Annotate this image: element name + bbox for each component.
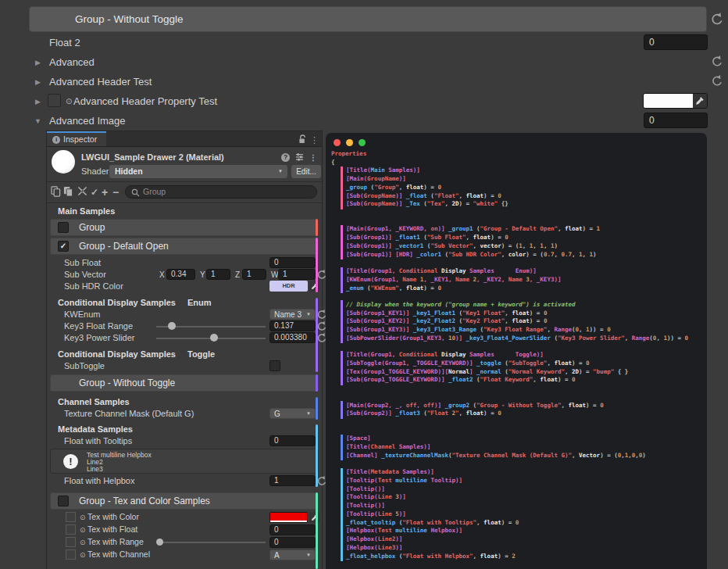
advanced-header-property-foldout-icon[interactable]: ▶ (35, 94, 41, 109)
slider-thumb[interactable] (156, 539, 163, 546)
close-dot-icon[interactable] (334, 139, 341, 146)
advanced-foldout-icon[interactable]: ▶ (35, 55, 41, 70)
add-icon[interactable]: + (102, 186, 108, 199)
color-swatch-white[interactable] (644, 94, 693, 108)
advanced-image-value-field[interactable]: 0 (644, 113, 708, 128)
property-label: Tex with Float (87, 524, 137, 535)
value-field[interactable]: 0 (269, 537, 316, 548)
code-token: Samples)] (402, 468, 434, 475)
texture-thumbnail-slot[interactable] (66, 512, 76, 522)
slider-thumb[interactable] (210, 334, 218, 342)
code-token: , _KEY1, (423, 276, 455, 283)
code-token: Samples (469, 267, 494, 274)
slider-track[interactable] (156, 542, 266, 543)
value-field[interactable]: 1 (269, 475, 316, 486)
advanced-image-label[interactable]: Advanced Image (49, 113, 126, 129)
hdr-color-swatch[interactable]: HDR (269, 281, 308, 292)
axis-field-x[interactable]: 0.34 (166, 269, 195, 280)
toggle-checkbox[interactable] (269, 360, 280, 371)
value-field[interactable]: 0 (269, 435, 316, 446)
code-token: [Tooltip( (346, 493, 378, 500)
code-token: ) = ( (526, 251, 544, 258)
kebab-menu-icon[interactable]: ⋮ (309, 153, 317, 162)
material-preview-sphere[interactable] (52, 150, 75, 174)
value-field[interactable]: 0 (269, 257, 316, 268)
collapse-icon[interactable] (77, 186, 87, 199)
help-icon[interactable]: ? (281, 153, 290, 162)
remove-icon[interactable]: − (112, 186, 119, 199)
row-group-without-toggle[interactable]: Group - Without Toggle (50, 374, 319, 392)
texture-thumbnail-slot[interactable] (66, 549, 76, 560)
search-input[interactable]: Group (125, 185, 317, 199)
advanced-header-test-foldout-icon[interactable]: ▶ (35, 74, 41, 90)
dropdown[interactable]: Name 3▼ (269, 309, 316, 320)
row-group-tex-and-color-samples[interactable]: Group - Tex and Color Samples (50, 492, 319, 510)
code-line (326, 259, 707, 267)
presets-icon[interactable] (295, 152, 304, 163)
object-picker-icon[interactable]: ⊙ (80, 524, 86, 536)
row-group-default-open[interactable]: ✓Group - Default Open (50, 238, 319, 255)
eyedropper-button[interactable] (693, 94, 707, 108)
float2-value-field[interactable]: 0 (644, 34, 708, 50)
revert-icon[interactable] (711, 74, 725, 88)
eyedropper-button[interactable] (309, 512, 319, 523)
copy-icon[interactable] (51, 186, 61, 199)
code-token: "Sub HDR Color" (448, 251, 501, 258)
axis-field-y[interactable]: 1 (206, 269, 230, 280)
object-picker-icon[interactable]: ⊙ (80, 511, 86, 524)
advanced-image-foldout-icon[interactable]: ▼ (34, 113, 41, 129)
eyedropper-button[interactable] (309, 281, 319, 292)
advanced-header-property-checkbox[interactable] (48, 94, 61, 107)
code-token: { (331, 159, 335, 166)
group-without-toggle-header[interactable]: Group - Without Toggle (29, 6, 707, 32)
code-token: vector (480, 242, 501, 249)
lock-icon[interactable] (298, 134, 307, 148)
tab-inspector[interactable]: iInspector (47, 131, 106, 146)
row-sub-float: Sub Float0 (47, 257, 322, 269)
color-field-white[interactable] (643, 93, 708, 109)
code-token: float (484, 519, 501, 526)
object-picker-icon[interactable]: ⊙ (80, 536, 86, 549)
value-field[interactable]: 0 (269, 524, 316, 535)
code-token: Channel (371, 443, 396, 450)
dropdown[interactable]: G▼ (269, 408, 316, 419)
maximize-dot-icon[interactable] (359, 139, 366, 146)
revert-icon[interactable] (710, 12, 724, 26)
texture-thumbnail-slot[interactable] (66, 524, 76, 535)
checkmark-icon[interactable]: ✓ (91, 187, 98, 198)
code-token: Name (509, 276, 523, 283)
group-toggle-checkbox[interactable] (58, 222, 69, 233)
advanced-label[interactable]: Advanced (49, 55, 95, 70)
dropdown[interactable]: A▼ (269, 549, 316, 560)
row-kwenum: KWEnumName 3▼ (47, 309, 322, 320)
code-token: [Tooltip( (346, 510, 378, 517)
paste-icon[interactable] (63, 186, 73, 199)
code-token: Samples (469, 351, 494, 358)
advanced-header-test-label[interactable]: Advanced Header Test (49, 74, 152, 90)
dropdown-value: A (274, 551, 280, 560)
axis-field-w[interactable]: 1 (278, 269, 316, 280)
texture-thumbnail-slot[interactable] (66, 537, 76, 547)
color-swatch-red[interactable] (269, 512, 308, 523)
row-group[interactable]: Group (50, 219, 319, 236)
value-field[interactable]: 0.003380 (269, 332, 316, 343)
revert-icon[interactable] (711, 55, 725, 69)
code-line: [Main(Group1, _KEYWORD, on)] _group1 ("G… (326, 225, 707, 234)
axis-field-z[interactable]: 1 (242, 269, 266, 280)
code-group-bar (341, 284, 343, 293)
group-toggle-checkbox[interactable]: ✓ (58, 241, 69, 252)
code-token: 0 (498, 410, 501, 417)
code-token: 0 (437, 184, 441, 191)
code-token: ( (473, 376, 480, 383)
value-field[interactable]: 0.137 (269, 320, 316, 331)
group-toggle-checkbox[interactable] (58, 496, 69, 506)
code-token: ( (473, 225, 480, 232)
kebab-menu-icon[interactable]: ⋮ (310, 135, 319, 145)
code-token: 0 (600, 402, 604, 409)
slider-thumb[interactable] (168, 322, 176, 330)
minimize-dot-icon[interactable] (346, 139, 353, 146)
shader-dropdown[interactable]: Hidden ▼ (109, 165, 287, 178)
edit-shader-button[interactable]: Edit... (291, 165, 321, 178)
object-picker-icon[interactable]: ⊙ (66, 94, 72, 109)
object-picker-icon[interactable]: ⊙ (80, 549, 86, 561)
